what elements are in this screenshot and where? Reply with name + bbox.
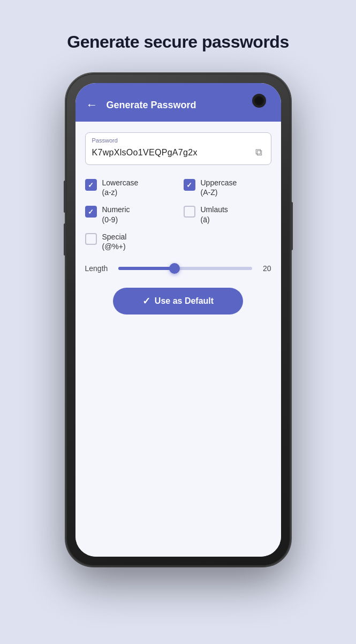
app-header: ← Generate Password bbox=[75, 83, 281, 122]
app-content: Password K7wpXlsOo1VEQPgA7g2x ⧉ Lowercas… bbox=[75, 122, 281, 557]
password-field-label: Password bbox=[92, 137, 264, 144]
option-label-numeric: Numeric (0-9) bbox=[102, 205, 130, 224]
phone-screen: ← Generate Password Password K7wpXlsOo1V… bbox=[75, 83, 281, 557]
password-row: K7wpXlsOo1VEQPgA7g2x ⧉ bbox=[92, 146, 264, 159]
option-label-uppercase: Uppercase (A-Z) bbox=[201, 178, 237, 197]
option-uppercase: Uppercase (A-Z) bbox=[184, 178, 271, 197]
length-label: Length bbox=[85, 264, 112, 273]
header-title: Generate Password bbox=[107, 100, 196, 111]
option-numeric: Numeric (0-9) bbox=[85, 205, 173, 224]
use-as-default-button[interactable]: ✓ Use as Default bbox=[113, 288, 244, 314]
phone-button-left2 bbox=[64, 223, 66, 256]
option-umlauts: Umlauts (ä) bbox=[184, 205, 271, 224]
length-row: Length 20 bbox=[85, 264, 271, 273]
option-label-lowercase: Lowercase (a-z) bbox=[102, 178, 139, 197]
default-button-label: Use as Default bbox=[155, 296, 214, 306]
password-field-container: Password K7wpXlsOo1VEQPgA7g2x ⧉ bbox=[85, 132, 271, 165]
slider-fill bbox=[118, 267, 175, 270]
options-grid: Lowercase (a-z) Uppercase (A-Z) bbox=[85, 178, 271, 251]
phone-mockup: ← Generate Password Password K7wpXlsOo1V… bbox=[66, 73, 291, 566]
copy-icon[interactable]: ⧉ bbox=[253, 146, 264, 159]
default-button-icon: ✓ bbox=[142, 295, 150, 307]
back-button[interactable]: ← bbox=[86, 98, 98, 112]
checkbox-lowercase[interactable] bbox=[85, 179, 97, 191]
checkbox-uppercase[interactable] bbox=[184, 179, 195, 191]
checkbox-umlauts[interactable] bbox=[184, 206, 195, 218]
phone-button-right bbox=[291, 202, 293, 250]
phone-button-left1 bbox=[64, 181, 66, 213]
camera-notch bbox=[253, 95, 265, 107]
option-lowercase: Lowercase (a-z) bbox=[85, 178, 173, 197]
slider-thumb[interactable] bbox=[169, 263, 180, 274]
option-label-special: Special (@%+) bbox=[102, 232, 127, 251]
option-special: Special (@%+) bbox=[85, 232, 173, 251]
length-value: 20 bbox=[259, 264, 271, 273]
option-label-umlauts: Umlauts (ä) bbox=[201, 205, 228, 224]
length-slider[interactable] bbox=[118, 267, 252, 270]
checkbox-special[interactable] bbox=[85, 233, 97, 245]
page-title: Generate secure passwords bbox=[67, 32, 289, 52]
password-value: K7wpXlsOo1VEQPgA7g2x bbox=[92, 148, 253, 158]
checkbox-numeric[interactable] bbox=[85, 206, 97, 218]
